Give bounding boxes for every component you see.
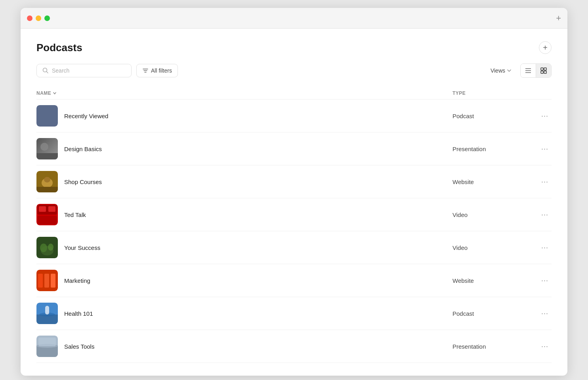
- svg-point-29: [48, 244, 53, 251]
- item-type: Presentation: [452, 146, 532, 152]
- row-name-cell: Your Success: [36, 237, 452, 258]
- svg-point-28: [40, 244, 47, 252]
- list-view-button[interactable]: [521, 64, 536, 77]
- svg-line-1: [47, 72, 48, 73]
- search-input[interactable]: [52, 67, 126, 74]
- item-name: Sales Tools: [64, 343, 94, 350]
- table-row[interactable]: Recently Viewed Podcast ···: [36, 100, 552, 132]
- col-header-type: TYPE: [452, 90, 532, 96]
- toolbar: All filters Views: [36, 63, 552, 78]
- item-name: Your Success: [64, 244, 100, 251]
- table-row[interactable]: Ted Talk Video ···: [36, 198, 552, 231]
- svg-rect-16: [36, 153, 58, 159]
- table-row[interactable]: Shop Courses Website ···: [36, 165, 552, 198]
- toolbar-left: All filters: [36, 64, 178, 77]
- more-button[interactable]: ···: [538, 143, 552, 155]
- row-name-cell: Design Basics: [36, 138, 452, 159]
- thumbnail-health-101: [36, 303, 58, 324]
- svg-rect-32: [44, 274, 49, 288]
- svg-rect-33: [51, 274, 55, 288]
- grid-view-icon: [540, 67, 547, 74]
- view-toggle: [520, 63, 552, 78]
- item-name: Recently Viewed: [64, 113, 108, 119]
- row-name-cell: Sales Tools: [36, 336, 452, 357]
- grid-view-button[interactable]: [536, 64, 551, 77]
- row-name-cell: Ted Talk: [36, 204, 452, 225]
- item-type: Video: [452, 244, 532, 251]
- thumbnail-design-basics: [36, 138, 58, 159]
- item-name: Marketing: [64, 277, 90, 284]
- thumbnail-recently-viewed: [36, 105, 58, 127]
- svg-rect-12: [36, 105, 58, 127]
- item-type: Podcast: [452, 113, 532, 119]
- thumbnail-sales-tools: [36, 336, 58, 357]
- more-button[interactable]: ···: [538, 209, 552, 221]
- search-icon: [42, 67, 49, 74]
- table: NAME TYPE Recently Viewed: [36, 87, 552, 363]
- more-button[interactable]: ···: [538, 110, 552, 122]
- more-button[interactable]: ···: [538, 242, 552, 253]
- more-button[interactable]: ···: [538, 275, 552, 286]
- filter-button[interactable]: All filters: [136, 64, 178, 77]
- row-name-cell: Shop Courses: [36, 171, 452, 192]
- item-type: Presentation: [452, 343, 532, 350]
- item-type: Website: [452, 178, 532, 185]
- item-name: Shop Courses: [64, 178, 102, 185]
- row-actions: ···: [532, 275, 552, 286]
- item-type: Website: [452, 277, 532, 284]
- main-content: Podcasts + All: [21, 29, 567, 376]
- filter-icon: [142, 67, 149, 74]
- close-button[interactable]: [27, 15, 32, 21]
- add-podcast-button[interactable]: +: [539, 41, 552, 54]
- item-name: Health 101: [64, 310, 93, 317]
- svg-point-19: [44, 177, 50, 182]
- item-type: Podcast: [452, 310, 532, 317]
- svg-rect-9: [544, 68, 546, 70]
- more-button[interactable]: ···: [538, 176, 552, 188]
- more-button[interactable]: ···: [538, 341, 552, 352]
- svg-point-15: [40, 143, 48, 151]
- svg-rect-8: [541, 68, 543, 70]
- item-type: Video: [452, 211, 532, 218]
- views-button[interactable]: Views: [487, 65, 515, 76]
- titlebar-add-button[interactable]: +: [556, 13, 561, 23]
- page-header: Podcasts +: [36, 41, 552, 54]
- row-actions: ···: [532, 143, 552, 155]
- col-header-name[interactable]: NAME: [36, 90, 452, 96]
- row-name-cell: Health 101: [36, 303, 452, 324]
- thumbnail-shop-courses: [36, 171, 58, 192]
- toolbar-right: Views: [487, 63, 552, 78]
- traffic-lights: [27, 15, 50, 21]
- svg-rect-41: [38, 338, 56, 346]
- row-name-cell: Marketing: [36, 270, 452, 291]
- list-view-icon: [525, 67, 532, 74]
- table-row[interactable]: Your Success Video ···: [36, 231, 552, 264]
- item-name: Design Basics: [64, 146, 102, 152]
- table-row[interactable]: Sales Tools Presentation ···: [36, 330, 552, 363]
- row-actions: ···: [532, 242, 552, 253]
- more-button[interactable]: ···: [538, 308, 552, 319]
- svg-rect-37: [45, 306, 49, 315]
- minimize-button[interactable]: [36, 15, 41, 21]
- chevron-down-icon: [507, 68, 512, 73]
- sort-icon: [53, 91, 57, 95]
- svg-rect-25: [48, 206, 55, 212]
- svg-rect-20: [36, 187, 58, 192]
- maximize-button[interactable]: [44, 15, 50, 21]
- table-row[interactable]: Health 101 Podcast ···: [36, 297, 552, 330]
- table-row[interactable]: Marketing Website ···: [36, 264, 552, 297]
- title-bar: +: [21, 8, 567, 29]
- svg-rect-10: [541, 71, 543, 73]
- thumbnail-marketing: [36, 270, 58, 291]
- row-actions: ···: [532, 176, 552, 188]
- svg-rect-23: [37, 216, 57, 225]
- page-title: Podcasts: [36, 42, 82, 54]
- thumbnail-your-success: [36, 237, 58, 258]
- row-name-cell: Recently Viewed: [36, 105, 452, 127]
- svg-rect-24: [39, 206, 46, 212]
- row-actions: ···: [532, 110, 552, 122]
- search-box[interactable]: [36, 64, 132, 77]
- row-actions: ···: [532, 209, 552, 221]
- item-name: Ted Talk: [64, 211, 86, 218]
- table-row[interactable]: Design Basics Presentation ···: [36, 132, 552, 165]
